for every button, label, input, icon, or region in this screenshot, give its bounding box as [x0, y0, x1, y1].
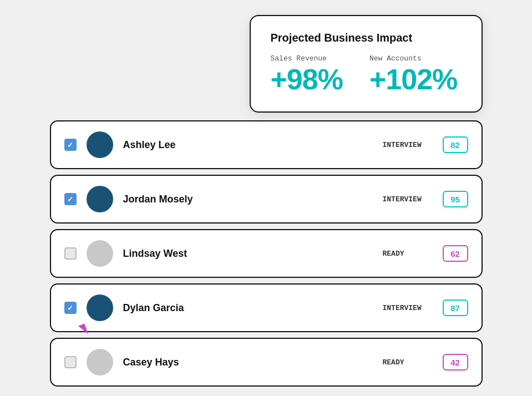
new-accounts-value: +102% [369, 65, 457, 94]
candidate-status-lindsay-west: READY [383, 250, 433, 258]
candidate-status-jordan-mosely: INTERVIEW [383, 195, 433, 204]
checkbox-ashley-lee[interactable]: ✓ [64, 139, 77, 151]
cursor-arrow-icon [78, 324, 88, 337]
candidate-status-dylan-garcia: INTERVIEW [383, 304, 433, 312]
checkmark-icon: ✓ [67, 304, 73, 312]
checkmark-icon: ✓ [67, 195, 73, 204]
checkbox-casey-hays[interactable] [64, 356, 77, 368]
candidate-name-jordan-mosely: Jordan Mosely [123, 194, 373, 205]
candidate-status-ashley-lee: INTERVIEW [383, 141, 433, 149]
score-badge-dylan-garcia: 87 [443, 299, 468, 316]
sales-revenue-label: Sales Revenue [271, 54, 327, 63]
candidate-name-lindsay-west: Lindsay West [123, 248, 373, 260]
candidate-name-casey-hays: Casey Hays [123, 357, 373, 368]
avatar-lindsay-west [87, 240, 113, 267]
metric-sales-revenue: Sales Revenue +98% [271, 54, 343, 94]
main-scene: Projected Business Impact Sales Revenue … [50, 15, 483, 381]
score-badge-ashley-lee: 82 [443, 136, 468, 153]
candidate-row-jordan-mosely[interactable]: ✓Jordan MoselyINTERVIEW95 [50, 175, 483, 224]
sales-revenue-value: +98% [271, 65, 343, 94]
candidate-status-casey-hays: READY [383, 358, 433, 367]
score-badge-lindsay-west: 62 [443, 245, 468, 262]
avatar-jordan-mosely [87, 186, 113, 212]
checkmark-icon: ✓ [67, 141, 73, 149]
score-badge-jordan-mosely: 95 [443, 191, 468, 207]
impact-card-title: Projected Business Impact [271, 32, 462, 44]
avatar-ashley-lee [87, 131, 113, 158]
avatar-casey-hays [87, 349, 113, 375]
impact-card: Projected Business Impact Sales Revenue … [250, 15, 483, 113]
checkbox-lindsay-west[interactable] [64, 247, 77, 260]
candidate-row-dylan-garcia[interactable]: ✓Dylan GarciaINTERVIEW87 [50, 283, 483, 332]
avatar-dylan-garcia [87, 295, 113, 321]
checkbox-dylan-garcia[interactable]: ✓ [64, 302, 77, 314]
candidate-row-ashley-lee[interactable]: ✓Ashley LeeINTERVIEW82 [50, 120, 483, 169]
candidate-row-lindsay-west[interactable]: Lindsay WestREADY62 [50, 229, 483, 278]
score-badge-casey-hays: 42 [443, 354, 468, 370]
checkbox-jordan-mosely[interactable]: ✓ [64, 193, 77, 205]
candidate-row-casey-hays[interactable]: Casey HaysREADY42 [50, 338, 483, 387]
candidate-list: ✓Ashley LeeINTERVIEW82✓Jordan MoselyINTE… [50, 120, 483, 387]
impact-metrics: Sales Revenue +98% New Accounts +102% [271, 54, 462, 94]
metric-new-accounts: New Accounts +102% [369, 54, 457, 94]
candidate-name-dylan-garcia: Dylan Garcia [123, 302, 373, 314]
new-accounts-label: New Accounts [369, 54, 422, 63]
candidate-name-ashley-lee: Ashley Lee [123, 139, 373, 151]
